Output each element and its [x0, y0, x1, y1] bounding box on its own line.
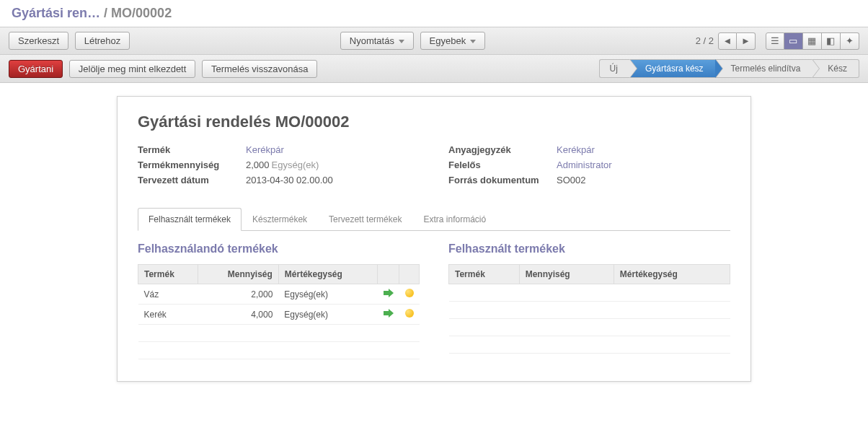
bom-label: Anyagjegyzék — [448, 144, 557, 155]
pager-text: 2 / 2 — [696, 35, 714, 46]
col-uom: Mértékegység — [614, 265, 730, 284]
col-uom: Mértékegység — [278, 265, 377, 284]
resp-label: Felelős — [448, 159, 557, 170]
date-label: Tervezett dátum — [138, 175, 246, 185]
consumed-table: Termék Mennyiség Mértékegység — [448, 264, 730, 354]
product-value[interactable]: Kerékpár — [246, 144, 284, 155]
tab-consumed[interactable]: Felhasznált termékek — [138, 208, 242, 231]
table-row[interactable]: Kerék 4,000 Egység(ek) — [138, 305, 420, 325]
caret-down-icon — [399, 40, 404, 43]
breadcrumb-parent[interactable]: Gyártási ren… — [12, 6, 100, 20]
view-calendar-button[interactable]: ▦ — [803, 32, 822, 50]
col-product: Termék — [449, 265, 520, 284]
bom-value[interactable]: Kerékpár — [557, 144, 595, 155]
caret-down-icon — [470, 40, 476, 43]
qty-value: 2,000 — [246, 159, 270, 170]
to-consume-table: Termék Mennyiség Mértékegység Váz 2,000 … — [138, 264, 420, 359]
qty-unit: Egység(ek) — [272, 159, 319, 170]
status-step-new[interactable]: Új — [599, 59, 629, 78]
mark-started-button[interactable]: Jelölje meg mint elkezdett — [69, 60, 196, 78]
page-title: Gyártási rendelés MO/00002 — [138, 113, 730, 131]
col-qty: Mennyiség — [519, 265, 614, 284]
create-button[interactable]: Létrehoz — [75, 32, 130, 50]
tab-finished[interactable]: Késztermékek — [242, 208, 318, 231]
edit-button[interactable]: Szerkeszt — [9, 32, 68, 50]
status-step-started[interactable]: Termelés elindítva — [715, 59, 812, 78]
col-product: Termék — [138, 265, 198, 284]
cancel-production-button[interactable]: Termelés visszavonása — [202, 60, 317, 78]
arrow-right-icon[interactable] — [384, 289, 394, 297]
src-label: Forrás dokumentum — [448, 175, 557, 185]
consumed-title: Felhasznált termékek — [448, 242, 730, 255]
breadcrumb: Gyártási ren… / MO/00002 — [12, 6, 856, 21]
produce-button[interactable]: Gyártani — [9, 60, 63, 78]
arrow-right-icon[interactable] — [384, 309, 394, 318]
others-button[interactable]: Egyebek — [420, 32, 486, 50]
src-value: SO002 — [557, 175, 585, 185]
view-form-button[interactable]: ▭ — [784, 32, 803, 50]
product-label: Termék — [138, 144, 246, 155]
status-step-ready[interactable]: Gyártásra kész — [629, 59, 715, 78]
pager-next-button[interactable]: ► — [737, 32, 756, 50]
table-row[interactable]: Váz 2,000 Egység(ek) — [138, 284, 420, 305]
view-gantt-button[interactable]: ◧ — [822, 32, 841, 50]
print-button[interactable]: Nyomtatás — [340, 32, 414, 50]
col-qty: Mennyiség — [198, 265, 279, 284]
view-list-button[interactable]: ☰ — [766, 32, 784, 50]
date-value: 2013-04-30 02.00.00 — [246, 175, 333, 185]
tab-extra[interactable]: Extra információ — [412, 208, 497, 231]
bulb-icon[interactable] — [405, 309, 414, 318]
view-graph-button[interactable]: ✦ — [841, 32, 859, 50]
qty-label: Termékmennyiség — [138, 159, 246, 170]
tab-scheduled[interactable]: Tervezett termékek — [318, 208, 412, 231]
pager-prev-button[interactable]: ◄ — [718, 32, 737, 50]
breadcrumb-current: MO/00002 — [111, 6, 172, 20]
status-steps: Új Gyártásra kész Termelés elindítva Kés… — [599, 59, 859, 78]
resp-value[interactable]: Administrator — [557, 159, 612, 170]
bulb-icon[interactable] — [405, 289, 414, 297]
to-consume-title: Felhasználandó termékek — [138, 242, 420, 255]
